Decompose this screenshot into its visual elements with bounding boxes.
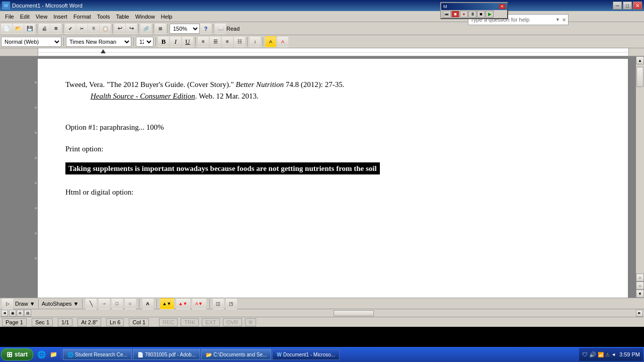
shadow-button[interactable]: ◫ xyxy=(213,298,224,309)
media-record-btn[interactable]: ● xyxy=(460,11,468,18)
taskbar-item-student-research[interactable]: 🌐 Student Research Ce... xyxy=(63,349,132,360)
taskbar-item-word[interactable]: W Document1 - Microso... xyxy=(272,349,340,360)
copy-button[interactable]: ⎘ xyxy=(88,23,99,34)
title-bar-left: W Document1 - Microsoft Word xyxy=(2,2,83,10)
media-play-btn[interactable]: ▶ xyxy=(486,11,494,18)
scroll-down-arrow[interactable]: ▼ xyxy=(636,290,644,298)
print-preview-button[interactable]: ⊠ xyxy=(50,23,61,34)
align-right-button[interactable]: ≡ xyxy=(222,36,233,47)
font-select[interactable]: Times New Roman xyxy=(66,37,131,47)
align-left-button[interactable]: ≡ xyxy=(198,36,209,47)
fill-color-button[interactable]: ▲▼ xyxy=(160,298,174,309)
print-button[interactable]: 🖨 xyxy=(39,23,50,34)
italic-button[interactable]: I xyxy=(170,36,181,47)
size-select[interactable]: 12 xyxy=(136,37,153,47)
highlight-button[interactable]: A xyxy=(265,36,276,47)
drawing-expand-button[interactable]: ▷ xyxy=(2,298,13,309)
h-scroll-left[interactable]: ◄ xyxy=(1,310,8,317)
taskbar-item-documents[interactable]: 📂 C:\Documents and Se... xyxy=(201,349,271,360)
hyperlink-button[interactable]: 🔗 xyxy=(140,23,151,34)
scroll-up-arrow[interactable]: ▲ xyxy=(636,56,644,64)
undo-button[interactable]: ↩ xyxy=(114,23,125,34)
paste-button[interactable]: 📋 xyxy=(100,23,111,34)
menu-insert[interactable]: Insert xyxy=(50,13,70,21)
toolbar-separator-7 xyxy=(213,24,213,33)
print-option-block: Print option: xyxy=(65,143,598,155)
page-up-button[interactable]: ◦ xyxy=(636,274,644,282)
media-stop-btn[interactable]: ■ xyxy=(451,11,459,18)
media-player-window[interactable]: M ✕ ⏮ ■ ● ⏸ ■ ▶ xyxy=(440,2,508,19)
title-bar: W Document1 - Microsoft Word ─ □ ✕ xyxy=(0,0,644,11)
right-scrollbar[interactable]: ▲ ◦ ◦ ▼ xyxy=(636,56,644,298)
help-close-icon[interactable]: ✕ xyxy=(562,17,566,23)
3d-button[interactable]: ◳ xyxy=(226,298,237,309)
menu-table[interactable]: Table xyxy=(113,13,132,21)
print-option-text: Print option: xyxy=(65,143,598,155)
draw-label[interactable]: Draw ▼ xyxy=(15,301,35,307)
menu-format[interactable]: Format xyxy=(70,13,94,21)
quick-launch-explorer[interactable]: 📁 xyxy=(48,349,59,360)
highlighted-sentence[interactable]: Taking supplements is important nowadays… xyxy=(65,162,380,174)
help-dropdown-icon[interactable]: ▼ xyxy=(555,17,560,22)
horizontal-scrollbar[interactable]: ◄ ▣ ⊕ ▤ ► xyxy=(0,309,644,317)
font-color-button[interactable]: A xyxy=(277,36,288,47)
spell-check-button[interactable]: ✓ xyxy=(65,23,76,34)
open-button[interactable]: 📂 xyxy=(13,23,24,34)
ruler-marker[interactable] xyxy=(101,49,106,53)
main-area: Tweed, Vera. "The 2012 Buyer's Guide. (C… xyxy=(0,56,644,298)
menu-view[interactable]: View xyxy=(33,13,51,21)
text-box-button[interactable]: A xyxy=(142,298,153,309)
arrow-tool-button[interactable]: → xyxy=(99,298,110,309)
print-view-btn[interactable]: ▤ xyxy=(24,310,31,317)
maximize-button[interactable]: □ xyxy=(623,2,632,10)
normal-view-btn[interactable]: ▣ xyxy=(9,310,16,317)
autoshapes-label[interactable]: AutoShapes ▼ xyxy=(42,301,79,307)
line-color-button[interactable]: ▲▼ xyxy=(176,298,190,309)
menu-tools[interactable]: Tools xyxy=(94,13,113,21)
media-prev-btn[interactable]: ⏮ xyxy=(443,11,451,18)
justify-button[interactable]: ☷ xyxy=(234,36,245,47)
help-button[interactable]: ? xyxy=(200,23,211,34)
h-scroll-thumb[interactable] xyxy=(334,310,374,316)
start-button[interactable]: ⊞ start xyxy=(1,348,33,360)
cut-button[interactable]: ✂ xyxy=(76,23,88,34)
table-button[interactable]: ⊞ xyxy=(155,23,166,34)
media-stop-btn2[interactable]: ■ xyxy=(477,11,485,18)
style-select[interactable]: Normal (Web) xyxy=(1,37,61,47)
redo-button[interactable]: ↪ xyxy=(126,23,137,34)
web-view-btn[interactable]: ⊕ xyxy=(17,310,24,317)
document-page[interactable]: Tweed, Vera. "The 2012 Buyer's Guide. (C… xyxy=(38,59,628,298)
media-close-btn[interactable]: ✕ xyxy=(499,4,505,9)
new-button[interactable]: 📄 xyxy=(1,23,12,34)
font-color-btn2[interactable]: A▼ xyxy=(192,298,206,309)
h-scroll-track[interactable] xyxy=(32,310,635,317)
tray-expand-button[interactable]: ◄ xyxy=(611,352,616,357)
h-scroll-right[interactable]: ► xyxy=(636,310,643,317)
minimize-button[interactable]: ─ xyxy=(613,2,622,10)
oval-tool-button[interactable]: ○ xyxy=(125,298,136,309)
taskbar-item-3-label: C:\Documents and Se... xyxy=(213,352,267,357)
rectangle-tool-button[interactable]: □ xyxy=(112,298,123,309)
citation-author: Tweed, Vera. "The 2012 Buyer's Guide. (C… xyxy=(65,80,236,88)
highlighted-text-block[interactable]: Taking supplements is important nowadays… xyxy=(65,162,598,174)
scroll-thumb[interactable] xyxy=(636,67,643,87)
underline-button[interactable]: U xyxy=(182,36,193,47)
taskbar-item-pdf[interactable]: 📄 78031005.pdf - Adob... xyxy=(133,349,200,360)
menu-file[interactable]: File xyxy=(2,13,17,21)
read-button[interactable]: 📖 xyxy=(215,23,226,34)
close-button[interactable]: ✕ xyxy=(633,2,642,10)
quick-launch-ie[interactable]: 🌐 xyxy=(36,349,47,360)
scroll-track[interactable] xyxy=(636,64,644,274)
line-tool-button[interactable]: ╲ xyxy=(86,298,97,309)
align-center-button[interactable]: ☰ xyxy=(210,36,221,47)
zoom-select[interactable]: 150% 100% 75% xyxy=(170,24,200,34)
bold-button[interactable]: B xyxy=(158,36,169,47)
menu-help[interactable]: Help xyxy=(158,13,176,21)
line-spacing-button[interactable]: ↕ xyxy=(250,36,261,47)
menu-window[interactable]: Window xyxy=(132,13,158,21)
media-pause-btn[interactable]: ⏸ xyxy=(468,11,476,18)
menu-edit[interactable]: Edit xyxy=(17,13,33,21)
page-down-button[interactable]: ◦ xyxy=(636,282,644,290)
save-button[interactable]: 💾 xyxy=(24,23,35,34)
citation-web: . Web. 12 Mar. 2013. xyxy=(195,92,259,100)
